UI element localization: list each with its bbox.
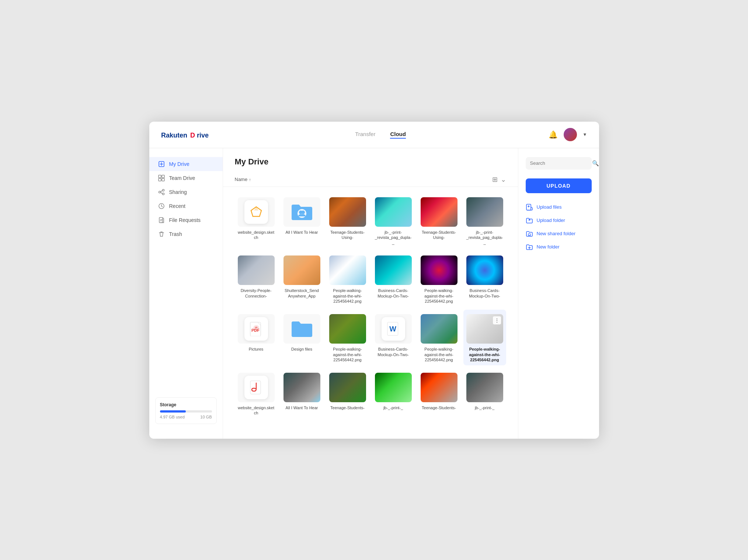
file-thumbnail bbox=[421, 373, 458, 402]
list-item[interactable]: jb-_-print-_ bbox=[372, 368, 415, 419]
file-name: website_design.sketch bbox=[238, 230, 275, 240]
sort-control[interactable]: Name ↑ bbox=[235, 177, 251, 182]
page-title: My Drive bbox=[235, 157, 506, 167]
tab-transfer[interactable]: Transfer bbox=[355, 131, 375, 139]
upload-button[interactable]: UPLOAD bbox=[526, 178, 592, 193]
list-item[interactable]: ⋮ People-walking-against-the-whi-2254564… bbox=[463, 310, 506, 365]
upload-folder-action[interactable]: Upload folder bbox=[526, 214, 592, 227]
file-name: Business-Cards-Mockup-On-Two- bbox=[375, 288, 412, 299]
tab-cloud[interactable]: Cloud bbox=[390, 131, 406, 139]
file-thumbnail bbox=[329, 314, 366, 344]
file-name: Business-Cards-Mockup-On-Two- bbox=[375, 347, 412, 357]
new-shared-folder-action[interactable]: New shared folder bbox=[526, 227, 592, 240]
list-item[interactable]: website_design.sketch bbox=[235, 193, 278, 248]
search-input[interactable] bbox=[530, 160, 592, 166]
list-item[interactable]: website_design.sketch bbox=[235, 368, 278, 419]
bell-icon[interactable]: 🔔 bbox=[549, 130, 558, 139]
file-thumbnail bbox=[375, 197, 412, 227]
file-name: Teenage-Students-Using- bbox=[421, 230, 458, 240]
list-item[interactable]: Design files bbox=[281, 310, 323, 365]
sidebar-item-file-requests[interactable]: File Requests bbox=[149, 213, 223, 227]
pdf-icon: PDF bbox=[244, 317, 268, 341]
file-thumbnail bbox=[329, 255, 366, 285]
file-name: website_design.sketch bbox=[238, 405, 275, 416]
view-controls: ⊞ ⌄ bbox=[492, 175, 506, 184]
word-icon: W bbox=[382, 317, 405, 341]
app-window: Rakuten D rive Transfer Cloud 🔔 ▼ bbox=[149, 122, 599, 439]
new-shared-folder-label: New shared folder bbox=[537, 231, 576, 236]
view-options-icon[interactable]: ⌄ bbox=[501, 175, 506, 184]
sidebar-item-sharing[interactable]: Sharing bbox=[149, 185, 223, 199]
chevron-down-icon[interactable]: ▼ bbox=[583, 132, 587, 137]
more-options-button[interactable]: ⋮ bbox=[493, 316, 501, 324]
storage-info: 4.97 GB used 10 GB bbox=[160, 415, 212, 419]
list-item[interactable]: jb-_-print-_revista_pag_dupla-_ bbox=[372, 193, 415, 248]
upload-folder-icon bbox=[526, 217, 533, 224]
file-thumbnail bbox=[283, 255, 320, 285]
sidebar-item-label: File Requests bbox=[169, 217, 201, 223]
right-panel: 🔍 UPLOAD Upload files bbox=[518, 148, 599, 439]
list-item[interactable]: People-walking-against-the-whi-225456442… bbox=[418, 251, 460, 307]
svg-point-9 bbox=[162, 189, 164, 191]
file-thumbnail bbox=[238, 197, 275, 227]
list-item[interactable]: People-walking-against-the-whi-225456442… bbox=[326, 251, 369, 307]
file-thumbnail bbox=[329, 197, 366, 227]
svg-rect-5 bbox=[162, 175, 164, 178]
list-item[interactable]: Teenage-Students-Using- bbox=[418, 193, 460, 248]
sidebar-item-trash[interactable]: Trash bbox=[149, 227, 223, 241]
new-folder-action[interactable]: New folder bbox=[526, 240, 592, 254]
sidebar-item-label: Recent bbox=[169, 203, 185, 209]
file-thumbnail bbox=[466, 197, 503, 227]
list-item[interactable]: jb-_-print-_revista_pag_dupla-_ bbox=[463, 193, 506, 248]
list-item[interactable]: Teenage-Students-Using- bbox=[326, 193, 369, 248]
list-item[interactable]: Shutterstock_Send Anywhere_App bbox=[281, 251, 323, 307]
file-thumbnail: W bbox=[375, 314, 412, 344]
drive-icon bbox=[158, 161, 165, 167]
sidebar-item-label: Sharing bbox=[169, 189, 187, 195]
sidebar: My Drive Team Drive bbox=[149, 148, 223, 439]
list-item[interactable]: All I Want To Hear bbox=[281, 368, 323, 419]
file-thumbnail bbox=[466, 255, 503, 285]
list-item[interactable]: People-walking-against-the-whi-225456442… bbox=[418, 310, 460, 365]
file-thumbnail bbox=[421, 314, 458, 344]
file-name: Design files bbox=[291, 347, 312, 352]
upload-files-action[interactable]: Upload files bbox=[526, 201, 592, 214]
search-icon: 🔍 bbox=[592, 160, 599, 167]
list-item[interactable]: W Business-Cards-Mockup-On-Two- bbox=[372, 310, 415, 365]
svg-rect-6 bbox=[159, 178, 161, 181]
file-name: jb-_-print-_revista_pag_dupla-_ bbox=[375, 230, 412, 246]
list-item[interactable]: jb-_-print-_ bbox=[463, 368, 506, 419]
svg-line-11 bbox=[160, 191, 162, 192]
list-item[interactable]: Business-Cards-Mockup-On-Two- bbox=[463, 251, 506, 307]
list-item[interactable]: PDF Pictures bbox=[235, 310, 278, 365]
list-item[interactable]: All I Want To Hear bbox=[281, 193, 323, 248]
sidebar-item-team-drive[interactable]: Team Drive bbox=[149, 171, 223, 185]
sidebar-item-my-drive[interactable]: My Drive bbox=[149, 157, 223, 171]
list-item[interactable]: Teenage-Students- bbox=[326, 368, 369, 419]
list-item[interactable]: People-walking-against-the-whi-225456442… bbox=[326, 310, 369, 365]
list-item[interactable]: Teenage-Students- bbox=[418, 368, 460, 419]
file-name: People-walking-against-the-whi-225456442… bbox=[329, 347, 366, 362]
avatar[interactable] bbox=[564, 128, 577, 141]
file-thumbnail bbox=[238, 255, 275, 285]
nav-tabs: Transfer Cloud bbox=[355, 131, 406, 139]
file-name: All I Want To Hear bbox=[285, 230, 318, 235]
storage-bar-fill bbox=[160, 410, 186, 413]
body: My Drive Team Drive bbox=[149, 148, 599, 439]
svg-text:rive: rive bbox=[197, 132, 209, 139]
new-folder-icon bbox=[526, 243, 533, 251]
sketch-icon bbox=[244, 200, 268, 224]
new-shared-folder-icon bbox=[526, 230, 533, 237]
list-item[interactable]: Diversity-People-Connection- bbox=[235, 251, 278, 307]
file-thumbnail bbox=[421, 255, 458, 285]
svg-text:Rakuten: Rakuten bbox=[161, 132, 187, 139]
file-name: jb-_-print-_revista_pag_dupla-_ bbox=[466, 230, 503, 246]
sidebar-item-recent[interactable]: Recent bbox=[149, 199, 223, 213]
storage-title: Storage bbox=[160, 402, 212, 407]
storage-box: Storage 4.97 GB used 10 GB bbox=[155, 397, 217, 424]
file-thumbnail bbox=[375, 373, 412, 402]
grid-view-icon[interactable]: ⊞ bbox=[492, 175, 498, 184]
svg-point-8 bbox=[159, 191, 160, 193]
team-icon bbox=[158, 175, 165, 181]
list-item[interactable]: Business-Cards-Mockup-On-Two- bbox=[372, 251, 415, 307]
